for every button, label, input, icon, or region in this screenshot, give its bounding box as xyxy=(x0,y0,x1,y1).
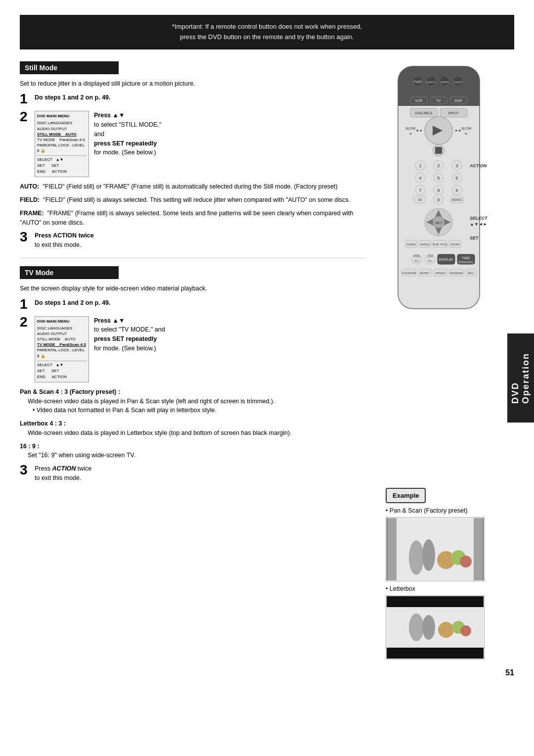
svg-text:DISPLAY: DISPLAY xyxy=(439,258,453,261)
tv-step1-content: Do steps 1 and 2 on p. 49. xyxy=(35,298,366,308)
svg-text:◄◄: ◄◄ xyxy=(415,129,422,132)
still-screen-img: DVD MAIN MENU DISC LANGUAGES AUDIO OUTPU… xyxy=(35,111,89,177)
tv-press-label: Press ▲▼ xyxy=(94,317,125,324)
tv-press-line2: for mode. (See below.) xyxy=(94,345,156,352)
still-note-field-label: FIELD: xyxy=(20,196,40,203)
svg-text:TIME: TIME xyxy=(462,256,470,260)
still-note-frame-text: "FRAME" (Frame still) is always selected… xyxy=(20,210,353,226)
tv-mode-header: TV Mode xyxy=(20,266,119,279)
tv-note-16-9-text: Set "16: 9" when using wide-screen TV. xyxy=(28,451,366,460)
svg-point-96 xyxy=(409,540,424,575)
svg-text:REC: REC xyxy=(468,272,474,275)
still-step2: 2 DVD MAIN MENU DISC LANGUAGES AUDIO OUT… xyxy=(20,111,366,177)
example-section: Example • Pan & Scan (Factory preset) • … xyxy=(376,488,514,663)
tv-note-letterbox-text: Wide-screen video data is played in Lett… xyxy=(28,428,366,438)
still-screen-bottom: SELECT ▲▼SET SETEND ACTION xyxy=(37,155,87,175)
svg-text:AUDIO: AUDIO xyxy=(406,243,416,246)
tv-screen-item4: TV MODE Pan&Scan 4:3 xyxy=(37,342,87,347)
tv-step3: 3 Press ACTION twice to exit this mode. xyxy=(20,464,366,483)
svg-text:SPEED: SPEED xyxy=(436,272,446,275)
left-column: Still Mode Set to reduce jitter in a dis… xyxy=(20,61,366,488)
tv-note-letterbox-label: Letterbox 4 : 3 : xyxy=(20,420,66,427)
svg-text:CH: CH xyxy=(428,254,433,258)
still-note-auto-label: AUTO: xyxy=(20,183,39,190)
svg-rect-103 xyxy=(387,518,397,580)
svg-text:◄: ◄ xyxy=(409,132,412,135)
section-divider xyxy=(20,258,366,258)
tv-mode-intro: Set the screen display style for wide-sc… xyxy=(20,284,366,293)
tv-step3-line2: to exit this mode. xyxy=(35,474,82,481)
svg-text:9: 9 xyxy=(455,188,458,193)
tv-press-set: press SET repeatedly xyxy=(94,335,157,342)
still-press-set: press SET repeatedly xyxy=(94,140,157,147)
tv-step2: 2 DVD MAIN MENU DISC LANGUAGES AUDIO OUT… xyxy=(20,316,366,382)
tv-press-line1: to select "TV MODE," and xyxy=(94,326,165,333)
svg-text:5: 5 xyxy=(437,176,440,181)
svg-rect-30 xyxy=(435,147,442,154)
still-mode-header: Still Mode xyxy=(20,61,119,74)
tv-step2-with-screen: DVD MAIN MENU DISC LANGUAGES AUDIO OUTPU… xyxy=(35,316,366,382)
svg-text:ZOOM: ZOOM xyxy=(450,243,459,246)
svg-text:SET: SET xyxy=(470,236,479,240)
example-item2: • Letterbox xyxy=(386,585,514,592)
still-press-line3: for mode. (See below.) xyxy=(94,149,156,156)
svg-text:7: 7 xyxy=(419,188,421,193)
important-banner: *Important: If a remote control button d… xyxy=(20,15,514,49)
svg-text:SELECT: SELECT xyxy=(470,216,488,221)
still-note-frame-label: FRAME: xyxy=(20,210,44,217)
svg-point-108 xyxy=(409,614,424,641)
svg-text:10: 10 xyxy=(418,198,422,201)
tv-step1-text: Do steps 1 and 2 on p. 49. xyxy=(35,299,111,306)
tv-step2-number: 2 xyxy=(20,315,31,329)
svg-text:ANGLE: ANGLE xyxy=(420,243,430,246)
still-step3-number: 3 xyxy=(20,230,31,244)
still-step1-text: Do steps 1 and 2 on p. 49. xyxy=(35,94,111,101)
svg-text:2: 2 xyxy=(437,163,440,168)
tv-screen-item3: STILL MODE AUTO xyxy=(37,336,87,342)
pan-scan-image xyxy=(386,517,485,581)
tv-note-16-9: 16 : 9 : Set "16: 9" when using wide-scr… xyxy=(20,442,366,461)
svg-point-110 xyxy=(438,622,454,638)
still-step3-text: to exit this mode. xyxy=(35,241,82,248)
still-press-line2: and xyxy=(94,131,104,138)
tv-step2-content: DVD MAIN MENU DISC LANGUAGES AUDIO OUTPU… xyxy=(35,316,366,382)
still-screen-item4: TV MODE Pan&Scan 4:3 xyxy=(37,137,87,142)
svg-text:DISCABLE: DISCABLE xyxy=(415,111,433,115)
svg-text:SET: SET xyxy=(435,221,443,225)
bottom-left-spacer xyxy=(20,488,366,663)
svg-text:3: 3 xyxy=(455,163,458,168)
svg-point-100 xyxy=(460,556,472,567)
tv-screen-bottom: SELECT ▲▼SET SETEND ACTION xyxy=(37,361,87,380)
svg-point-97 xyxy=(422,539,435,571)
bottom-section: Example • Pan & Scan (Factory preset) • … xyxy=(20,488,514,663)
svg-text:+/-: +/- xyxy=(414,259,419,263)
svg-text:COUNTER: COUNTER xyxy=(401,272,416,275)
svg-text:4: 4 xyxy=(419,176,421,181)
svg-text:SLOW: SLOW xyxy=(405,127,416,130)
tv-note-letterbox: Letterbox 4 : 3 : Wide-screen video data… xyxy=(20,419,366,438)
important-line2: press the DVD button on the remote and t… xyxy=(180,33,354,41)
svg-text:+/-: +/- xyxy=(428,259,433,263)
svg-rect-104 xyxy=(474,518,484,580)
still-press-line1: to select "STILL MODE," xyxy=(94,121,161,128)
still-screen-item5: PARENTAL LOCK : LEVEL 8 🔒 xyxy=(37,142,87,153)
pan-scan-svg xyxy=(387,518,484,580)
tv-step1: 1 Do steps 1 and 2 on p. 49. xyxy=(20,298,366,311)
still-mode-intro: Set to reduce jitter in a displayed stil… xyxy=(20,79,366,89)
still-step2-content: DVD MAIN MENU DISC LANGUAGES AUDIO OUTPU… xyxy=(35,111,366,177)
svg-text:SUB TITLE: SUB TITLE xyxy=(433,243,447,246)
tv-step3-content: Press ACTION twice to exit this mode. xyxy=(35,464,366,483)
svg-rect-95 xyxy=(387,518,484,580)
dvd-sidebar-text: DVDOperation xyxy=(510,353,531,404)
svg-text:SLOW: SLOW xyxy=(461,127,472,130)
tv-note-pan-label: Pan & Scan 4 : 3 (Factory preset) : xyxy=(20,388,120,395)
still-step1-content: Do steps 1 and 2 on p. 49. xyxy=(35,93,366,102)
still-note-field: FIELD: "FIELD" (Field still) is always s… xyxy=(20,195,366,205)
tv-screen-title: DVD MAIN MENU xyxy=(37,319,87,325)
still-press-label: Press ▲▼ xyxy=(94,112,125,119)
still-note-auto-text: "FIELD" (Field still) or "FRAME" (Frame … xyxy=(43,183,337,190)
still-screen-item1: DISC LANGUAGES xyxy=(37,120,87,126)
right-column: PWR EJECT OPEN LIGHT VCR TV DVD DISCABLE… xyxy=(376,61,514,319)
svg-rect-106 xyxy=(387,596,484,607)
main-layout: Still Mode Set to reduce jitter in a dis… xyxy=(20,61,514,488)
